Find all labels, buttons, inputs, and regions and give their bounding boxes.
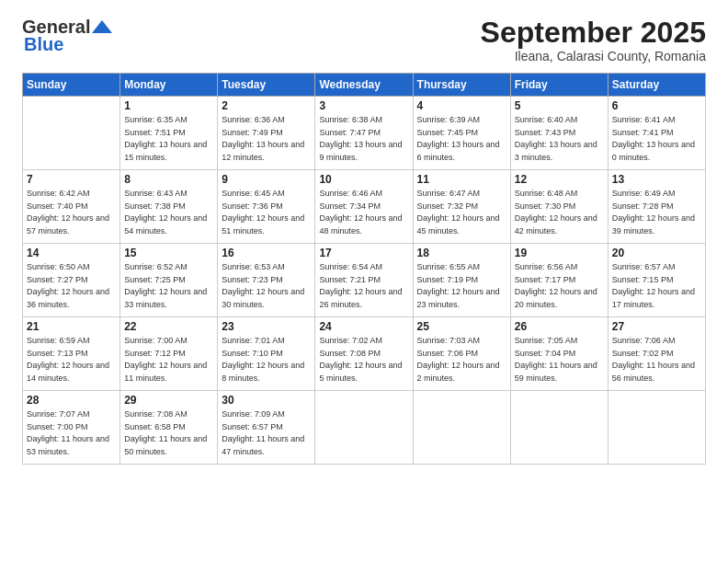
table-row: 1 Sunrise: 6:35 AMSunset: 7:51 PMDayligh… — [120, 97, 218, 170]
col-thursday: Thursday — [413, 74, 510, 97]
table-row: 28 Sunrise: 7:07 AMSunset: 7:00 PMDaylig… — [23, 391, 120, 465]
day-number: 25 — [417, 320, 506, 333]
day-number: 12 — [515, 173, 604, 186]
day-info: Sunrise: 6:42 AMSunset: 7:40 PMDaylight:… — [27, 188, 116, 237]
day-number: 11 — [417, 173, 506, 186]
table-row — [510, 391, 608, 465]
col-friday: Friday — [510, 74, 608, 97]
table-row: 25 Sunrise: 7:03 AMSunset: 7:06 PMDaylig… — [413, 317, 510, 391]
day-number: 2 — [222, 99, 311, 112]
table-row: 30 Sunrise: 7:09 AMSunset: 6:57 PMDaylig… — [218, 391, 315, 465]
day-info: Sunrise: 6:49 AMSunset: 7:28 PMDaylight:… — [612, 188, 701, 237]
table-row: 19 Sunrise: 6:56 AMSunset: 7:17 PMDaylig… — [510, 244, 608, 317]
day-info: Sunrise: 6:36 AMSunset: 7:49 PMDaylight:… — [222, 114, 311, 164]
day-number: 27 — [612, 320, 701, 333]
day-number: 6 — [612, 99, 701, 112]
logo: General Blue — [22, 17, 112, 55]
table-row: 16 Sunrise: 6:53 AMSunset: 7:23 PMDaylig… — [218, 244, 315, 317]
day-number: 20 — [612, 247, 701, 259]
day-info: Sunrise: 6:48 AMSunset: 7:30 PMDaylight:… — [515, 188, 604, 237]
day-number: 18 — [417, 247, 506, 259]
day-number: 13 — [612, 173, 701, 186]
table-row: 10 Sunrise: 6:46 AMSunset: 7:34 PMDaylig… — [315, 170, 413, 244]
day-number: 30 — [222, 394, 311, 407]
col-saturday: Saturday — [608, 74, 705, 97]
col-sunday: Sunday — [23, 74, 120, 97]
table-row: 9 Sunrise: 6:45 AMSunset: 7:36 PMDayligh… — [218, 170, 315, 244]
table-row: 4 Sunrise: 6:39 AMSunset: 7:45 PMDayligh… — [413, 97, 510, 170]
day-number: 23 — [222, 320, 311, 333]
day-number: 29 — [124, 394, 213, 407]
day-info: Sunrise: 6:38 AMSunset: 7:47 PMDaylight:… — [319, 114, 408, 164]
table-row: 24 Sunrise: 7:02 AMSunset: 7:08 PMDaylig… — [315, 317, 413, 391]
day-info: Sunrise: 6:35 AMSunset: 7:51 PMDaylight:… — [124, 114, 213, 164]
day-number: 28 — [27, 394, 116, 407]
table-row: 23 Sunrise: 7:01 AMSunset: 7:10 PMDaylig… — [218, 317, 315, 391]
table-row: 21 Sunrise: 6:59 AMSunset: 7:13 PMDaylig… — [23, 317, 120, 391]
table-row — [23, 97, 120, 170]
day-number: 5 — [515, 99, 604, 112]
table-row: 26 Sunrise: 7:05 AMSunset: 7:04 PMDaylig… — [510, 317, 608, 391]
col-wednesday: Wednesday — [315, 74, 413, 97]
table-row: 11 Sunrise: 6:47 AMSunset: 7:32 PMDaylig… — [413, 170, 510, 244]
day-info: Sunrise: 6:56 AMSunset: 7:17 PMDaylight:… — [515, 261, 604, 311]
table-row: 3 Sunrise: 6:38 AMSunset: 7:47 PMDayligh… — [315, 97, 413, 170]
day-number: 1 — [124, 99, 213, 112]
day-info: Sunrise: 7:03 AMSunset: 7:06 PMDaylight:… — [417, 335, 506, 385]
day-number: 15 — [124, 247, 213, 259]
table-row: 8 Sunrise: 6:43 AMSunset: 7:38 PMDayligh… — [120, 170, 218, 244]
table-row: 13 Sunrise: 6:49 AMSunset: 7:28 PMDaylig… — [608, 170, 705, 244]
day-info: Sunrise: 7:09 AMSunset: 6:57 PMDaylight:… — [222, 408, 311, 458]
calendar-header-row: Sunday Monday Tuesday Wednesday Thursday… — [23, 74, 706, 97]
location-subtitle: Ileana, Calarasi County, Romania — [481, 49, 706, 63]
day-number: 21 — [27, 320, 116, 333]
day-number: 24 — [319, 320, 408, 333]
day-info: Sunrise: 6:43 AMSunset: 7:38 PMDaylight:… — [124, 188, 213, 237]
day-number: 14 — [27, 247, 116, 259]
table-row: 7 Sunrise: 6:42 AMSunset: 7:40 PMDayligh… — [23, 170, 120, 244]
table-row: 2 Sunrise: 6:36 AMSunset: 7:49 PMDayligh… — [218, 97, 315, 170]
day-info: Sunrise: 7:01 AMSunset: 7:10 PMDaylight:… — [222, 335, 311, 385]
table-row: 20 Sunrise: 6:57 AMSunset: 7:15 PMDaylig… — [608, 244, 705, 317]
day-number: 3 — [319, 99, 408, 112]
day-info: Sunrise: 7:05 AMSunset: 7:04 PMDaylight:… — [515, 335, 604, 385]
day-number: 8 — [124, 173, 213, 186]
calendar-page: General Blue September 2025 Ileana, Cala… — [0, 0, 728, 563]
day-number: 10 — [319, 173, 408, 186]
month-title: September 2025 — [481, 17, 706, 49]
table-row: 27 Sunrise: 7:06 AMSunset: 7:02 PMDaylig… — [608, 317, 705, 391]
table-row — [413, 391, 510, 465]
day-number: 19 — [515, 247, 604, 259]
table-row: 5 Sunrise: 6:40 AMSunset: 7:43 PMDayligh… — [510, 97, 608, 170]
day-info: Sunrise: 7:06 AMSunset: 7:02 PMDaylight:… — [612, 335, 701, 385]
day-info: Sunrise: 6:39 AMSunset: 7:45 PMDaylight:… — [417, 114, 506, 164]
svg-marker-0 — [92, 20, 112, 33]
table-row — [315, 391, 413, 465]
day-info: Sunrise: 6:54 AMSunset: 7:21 PMDaylight:… — [319, 261, 408, 311]
table-row: 17 Sunrise: 6:54 AMSunset: 7:21 PMDaylig… — [315, 244, 413, 317]
table-row: 14 Sunrise: 6:50 AMSunset: 7:27 PMDaylig… — [23, 244, 120, 317]
day-info: Sunrise: 6:53 AMSunset: 7:23 PMDaylight:… — [222, 261, 311, 311]
day-info: Sunrise: 6:46 AMSunset: 7:34 PMDaylight:… — [319, 188, 408, 237]
day-info: Sunrise: 6:55 AMSunset: 7:19 PMDaylight:… — [417, 261, 506, 311]
day-number: 4 — [417, 99, 506, 112]
day-number: 7 — [27, 173, 116, 186]
logo-blue: Blue — [24, 34, 63, 55]
day-info: Sunrise: 7:08 AMSunset: 6:58 PMDaylight:… — [124, 408, 213, 458]
day-number: 17 — [319, 247, 408, 259]
day-number: 26 — [515, 320, 604, 333]
table-row: 22 Sunrise: 7:00 AMSunset: 7:12 PMDaylig… — [120, 317, 218, 391]
table-row: 29 Sunrise: 7:08 AMSunset: 6:58 PMDaylig… — [120, 391, 218, 465]
day-info: Sunrise: 7:00 AMSunset: 7:12 PMDaylight:… — [124, 335, 213, 385]
day-info: Sunrise: 7:02 AMSunset: 7:08 PMDaylight:… — [319, 335, 408, 385]
day-info: Sunrise: 6:40 AMSunset: 7:43 PMDaylight:… — [515, 114, 604, 164]
day-number: 16 — [222, 247, 311, 259]
logo-icon — [92, 20, 112, 33]
day-info: Sunrise: 6:47 AMSunset: 7:32 PMDaylight:… — [417, 188, 506, 237]
day-info: Sunrise: 6:59 AMSunset: 7:13 PMDaylight:… — [27, 335, 116, 385]
day-info: Sunrise: 6:57 AMSunset: 7:15 PMDaylight:… — [612, 261, 701, 311]
day-info: Sunrise: 6:52 AMSunset: 7:25 PMDaylight:… — [124, 261, 213, 311]
table-row: 15 Sunrise: 6:52 AMSunset: 7:25 PMDaylig… — [120, 244, 218, 317]
day-info: Sunrise: 6:41 AMSunset: 7:41 PMDaylight:… — [612, 114, 701, 164]
title-area: September 2025 Ileana, Calarasi County, … — [481, 17, 706, 63]
